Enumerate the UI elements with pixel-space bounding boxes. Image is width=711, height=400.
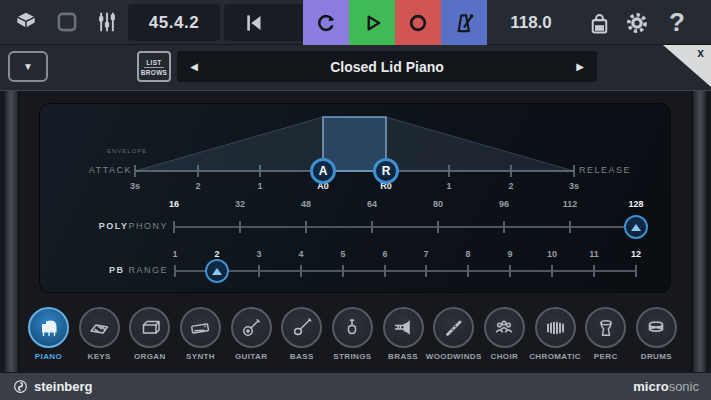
previous-preset-icon[interactable]: ◀ [177, 61, 211, 72]
synth-icon [188, 316, 212, 340]
strings-icon [340, 316, 364, 340]
category-perc[interactable]: PERC [581, 307, 630, 369]
category-label: DRUMS [641, 352, 672, 361]
left-bezel [5, 91, 19, 373]
category-label: BASS [290, 352, 314, 361]
strings-icon [332, 307, 373, 348]
keys-icon [87, 316, 111, 340]
category-label: WOODWINDS [426, 352, 482, 361]
mixer-icon[interactable] [92, 8, 122, 36]
bass-icon [290, 316, 314, 340]
song-position-display[interactable]: 45.4.2 [128, 4, 220, 41]
choir-icon [484, 307, 525, 348]
perc-icon [585, 307, 626, 348]
category-piano[interactable]: PIANO [24, 307, 73, 369]
browser-bar: ▼ LIST BROWS ◀ Closed Lid Piano ▶ x [0, 45, 711, 90]
close-icon: x [697, 46, 704, 60]
woodwinds-icon [433, 307, 474, 348]
category-label: ORGAN [134, 352, 166, 361]
category-label: GUITAR [235, 352, 267, 361]
organ-icon [129, 307, 170, 348]
chevron-down-icon: ▼ [23, 61, 33, 72]
synth-icon [180, 307, 221, 348]
category-woodwinds[interactable]: WOODWINDS [429, 307, 478, 369]
close-instrument-button[interactable]: x [663, 45, 711, 87]
microsonic-brand: microsonic [633, 379, 699, 394]
triangle-up-icon [212, 268, 222, 275]
steinberg-label: steinberg [34, 379, 93, 394]
guitar-icon [239, 316, 263, 340]
piano-icon [37, 316, 61, 340]
category-keys[interactable]: KEYS [75, 307, 124, 369]
chromatic-icon [535, 307, 576, 348]
guitar-icon [231, 307, 272, 348]
category-chromatic[interactable]: CHROMATIC [531, 307, 580, 369]
attack-handle[interactable]: A [310, 158, 336, 184]
cycle-icon [313, 10, 339, 36]
release-handle[interactable]: R [373, 158, 399, 184]
drums-icon [636, 307, 677, 348]
preset-selector: ◀ Closed Lid Piano ▶ [177, 51, 597, 82]
microsonic-app: 45.4.2 118.0 ? [0, 0, 711, 400]
transport-bar: 45.4.2 118.0 ? [0, 0, 711, 45]
category-label: STRINGS [333, 352, 371, 361]
pb-range-handle[interactable] [205, 259, 229, 283]
brass-icon [391, 316, 415, 340]
record-icon [405, 10, 431, 36]
category-synth[interactable]: SYNTH [176, 307, 225, 369]
stop-icon[interactable] [54, 9, 80, 35]
skip-to-start-icon[interactable] [241, 10, 267, 36]
list-browse-label-2: BROWS [141, 68, 167, 76]
play-button[interactable] [349, 0, 395, 45]
steinberg-brand: steinberg [12, 378, 93, 395]
category-label: KEYS [87, 352, 110, 361]
category-label: CHOIR [491, 352, 519, 361]
bass-icon [281, 307, 322, 348]
category-guitar[interactable]: GUITAR [227, 307, 276, 369]
category-label: CHROMATIC [529, 352, 581, 361]
play-icon [359, 10, 385, 36]
category-label: BRASS [388, 352, 418, 361]
list-browse-button[interactable]: LIST BROWS [137, 51, 171, 82]
steinberg-logo-icon [12, 378, 29, 395]
triangle-up-icon [631, 224, 641, 231]
category-bar: PIANOKEYSORGANSYNTHGUITARBASSSTRINGSBRAS… [20, 307, 691, 369]
shop-bag-icon[interactable] [584, 8, 614, 38]
keys-icon [79, 307, 120, 348]
media-cube-icon[interactable] [12, 8, 40, 36]
drums-icon [644, 316, 668, 340]
category-brass[interactable]: BRASS [379, 307, 428, 369]
organ-icon [138, 316, 162, 340]
envelope-shape [40, 104, 670, 292]
category-label: PIANO [35, 352, 62, 361]
category-organ[interactable]: ORGAN [125, 307, 174, 369]
polyphony-handle[interactable] [624, 215, 648, 239]
perc-icon [594, 316, 618, 340]
tempo-display[interactable]: 118.0 [495, 0, 567, 45]
category-label: PERC [594, 352, 618, 361]
instrument-panel: ENVELOPE ATTACK RELEASE POLYPHONY PB RAN… [0, 90, 711, 372]
category-choir[interactable]: CHOIR [480, 307, 529, 369]
panel-dropdown-button[interactable]: ▼ [8, 51, 48, 82]
woodwinds-icon [442, 316, 466, 340]
category-label: SYNTH [186, 352, 215, 361]
piano-icon [28, 307, 69, 348]
footer-bar: steinberg microsonic [0, 372, 711, 400]
help-button[interactable]: ? [660, 0, 694, 45]
right-bezel [692, 91, 706, 373]
preset-name[interactable]: Closed Lid Piano [211, 59, 563, 75]
metronome-icon [451, 10, 477, 36]
category-bass[interactable]: BASS [277, 307, 326, 369]
category-strings[interactable]: STRINGS [328, 307, 377, 369]
choir-icon [492, 316, 516, 340]
next-preset-icon[interactable]: ▶ [563, 61, 597, 72]
cycle-button[interactable] [303, 0, 349, 45]
record-button[interactable] [395, 0, 441, 45]
category-drums[interactable]: DRUMS [632, 307, 681, 369]
list-browse-label-1: LIST [144, 58, 163, 68]
parameter-screen: ENVELOPE ATTACK RELEASE POLYPHONY PB RAN… [40, 104, 670, 292]
metronome-button[interactable] [441, 0, 487, 45]
settings-gear-icon[interactable] [622, 8, 652, 38]
brass-icon [383, 307, 424, 348]
chromatic-icon [543, 316, 567, 340]
